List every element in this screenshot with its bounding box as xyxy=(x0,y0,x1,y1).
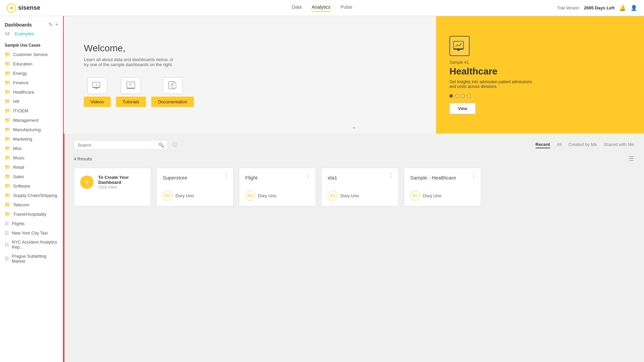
card-user: DU Dory Uno xyxy=(328,191,392,201)
folder-icon: 📁 xyxy=(5,99,10,104)
sidebar-item-prague[interactable]: ☷ Prague Subletting Market xyxy=(0,252,63,266)
card-title: Flight xyxy=(245,175,310,180)
sidebar-item-nyc-taxi[interactable]: ☷ New York City Taxi xyxy=(0,228,63,238)
folder-icon: 📁 xyxy=(5,89,10,95)
user-name: Dory Uno xyxy=(340,193,359,198)
main-layout: Dashboards ✎ + All Examples Sample Use C… xyxy=(0,16,644,362)
folder-icon: 📁 xyxy=(5,164,10,170)
data-icon: ☷ xyxy=(5,256,9,261)
folder-icon: 📁 xyxy=(5,136,10,142)
nav-center: Data Analytics Pulse xyxy=(292,4,353,12)
card-user: DU Dory Uno xyxy=(163,191,227,201)
create-card-title: To Create Your Dashboard xyxy=(98,175,145,185)
folder-icon: 📁 xyxy=(5,174,10,179)
dashboard-card-superstore[interactable]: ⋮ Superstore DU Dory Uno xyxy=(156,168,233,206)
top-navigation: sisense Data Analytics Pulse Trial Versi… xyxy=(0,0,644,16)
nav-data[interactable]: Data xyxy=(292,4,302,12)
filter-shared-with-me[interactable]: Shared with Me xyxy=(604,142,634,148)
sidebar-item-music[interactable]: 📁 Music xyxy=(0,153,63,162)
results-bar: 4 Results ☰ xyxy=(74,155,634,162)
avatar: DU xyxy=(410,191,420,201)
card-menu-icon[interactable]: ⋮ xyxy=(471,172,477,179)
filter-recent[interactable]: Recent xyxy=(536,142,550,148)
filter-created-by-me[interactable]: Created by Me xyxy=(568,142,597,148)
sidebar-item-telecom[interactable]: 📁 Telecom xyxy=(0,200,63,209)
sidebar-item-supply-chain[interactable]: 📁 Supply Chain/Shipping xyxy=(0,191,63,200)
svg-rect-9 xyxy=(453,41,464,49)
sample-label: Sample #1 xyxy=(449,60,631,65)
svg-rect-11 xyxy=(457,50,460,51)
folder-icon: 📁 xyxy=(5,80,10,85)
data-icon: ☷ xyxy=(5,242,9,247)
sidebar-item-software[interactable]: 📁 Software xyxy=(0,181,63,191)
folder-icon: 📁 xyxy=(5,61,10,66)
sisense-logo-icon xyxy=(7,3,16,13)
data-icon: ☷ xyxy=(5,230,9,236)
sidebar-item-misc[interactable]: 📁 Misc xyxy=(0,144,63,153)
user-icon[interactable]: 👤 xyxy=(631,5,637,11)
results-count: 4 Results xyxy=(74,156,92,161)
dashboard-card-ela1[interactable]: ⋮ ela1 DU Dory Uno xyxy=(321,168,398,206)
create-card-content: + To Create Your Dashboard Click Here xyxy=(80,175,145,190)
tab-examples[interactable]: Examples xyxy=(15,31,34,37)
folder-icon: 📁 xyxy=(5,52,10,57)
dot-4[interactable] xyxy=(468,94,471,98)
sidebar-item-nyc-accident[interactable]: ☷ NYC Accident Analytics Rep... xyxy=(0,238,63,252)
sidebar-item-travel[interactable]: 📁 Travel/Hospitality xyxy=(0,209,63,219)
dashboard-card-healthcare[interactable]: ⋮ Sample - Healthcare DU Dory Uno xyxy=(404,168,481,206)
sidebar-item-customer-service[interactable]: 📁 Customer Service xyxy=(0,50,63,59)
search-icon: 🔍 xyxy=(158,142,164,148)
add-icon[interactable]: + xyxy=(55,21,58,28)
dot-3[interactable] xyxy=(462,94,465,98)
logo[interactable]: sisense xyxy=(7,3,40,13)
sidebar-item-retail[interactable]: 📁 Retail xyxy=(0,162,63,172)
card-menu-icon[interactable]: ⋮ xyxy=(223,172,229,179)
sidebar-item-manufacturing[interactable]: 📁 Manufacturing xyxy=(0,125,63,134)
hero-left: Welcome, Learn all about data and dashbo… xyxy=(64,16,436,134)
view-button[interactable]: View xyxy=(449,103,476,114)
edit-icon[interactable]: ✎ xyxy=(48,21,53,28)
videos-button[interactable]: Videos xyxy=(84,97,111,107)
videos-group: Videos xyxy=(84,77,111,107)
search-input[interactable] xyxy=(77,143,156,148)
dot-2[interactable] xyxy=(455,94,459,98)
sidebar-item-energy[interactable]: 📁 Energy xyxy=(0,68,63,78)
card-menu-icon[interactable]: ⋮ xyxy=(306,172,312,179)
tab-all[interactable]: All xyxy=(5,31,9,37)
sidebar-header: Dashboards ✎ + xyxy=(0,19,63,31)
list-view-icon[interactable]: ☰ xyxy=(629,155,634,162)
sidebar-tabs: All Examples xyxy=(0,31,63,40)
folder-icon: 📁 xyxy=(5,146,10,151)
create-dashboard-card[interactable]: + To Create Your Dashboard Click Here xyxy=(74,168,151,206)
welcome-subtitle: Learn all about data and dashboards belo… xyxy=(84,57,416,67)
nav-pulse[interactable]: Pulse xyxy=(340,4,352,12)
sample-icon xyxy=(449,36,470,56)
sidebar-item-finance[interactable]: 📁 Finance xyxy=(0,78,63,87)
svg-rect-10 xyxy=(453,49,464,50)
documentation-button[interactable]: Documentation xyxy=(151,97,194,107)
sidebar-item-education[interactable]: 📁 Education xyxy=(0,59,63,68)
section-label: Sample Use Cases xyxy=(0,40,63,50)
hero-buttons: Videos Tutorials xyxy=(84,77,416,107)
dashboard-card-flight[interactable]: ⋮ Flight DU Dory Uno xyxy=(239,168,316,206)
tutorials-icon xyxy=(121,77,141,94)
sidebar-item-flights[interactable]: ☷ Flights xyxy=(0,219,63,228)
sidebar-item-healthcare[interactable]: 📁 Healthcare xyxy=(0,87,63,97)
sidebar-item-hr[interactable]: 📁 HR xyxy=(0,97,63,106)
search-input-wrap: 🔍 xyxy=(74,140,168,150)
sidebar-item-management[interactable]: 📁 Management xyxy=(0,115,63,125)
sidebar-item-marketing[interactable]: 📁 Marketing xyxy=(0,134,63,144)
card-menu-icon[interactable]: ⋮ xyxy=(388,172,394,179)
tutorials-button[interactable]: Tutorials xyxy=(116,97,146,107)
card-title: Superstore xyxy=(163,175,227,180)
nav-analytics[interactable]: Analytics xyxy=(312,4,330,12)
user-name: Dory Uno xyxy=(423,193,441,198)
sidebar-actions: ✎ + xyxy=(48,21,58,28)
sidebar-item-itoem[interactable]: 📁 IT/OEM xyxy=(0,106,63,115)
bell-icon[interactable]: 🔔 xyxy=(619,5,626,11)
dot-1[interactable] xyxy=(449,94,453,98)
sample-carousel-dots xyxy=(449,94,631,98)
sidebar-item-sales[interactable]: 📁 Sales xyxy=(0,172,63,181)
folder-icon: 📁 xyxy=(5,193,10,198)
filter-all[interactable]: All xyxy=(557,142,561,148)
